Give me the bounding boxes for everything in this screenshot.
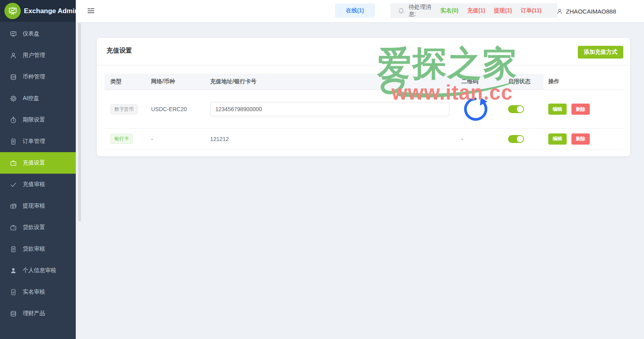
card-title: 充值设置 bbox=[106, 47, 132, 55]
table-row: 数字货币 USDC-ERC20 编辑 删除 bbox=[104, 90, 623, 129]
stopwatch-icon bbox=[10, 116, 17, 124]
recharge-methods-table: 类型 网络/币种 充值地址/银行卡号 二维码 启用状态 操作 数字货币 USDC… bbox=[104, 74, 623, 149]
column-header-network: 网络/币种 bbox=[146, 74, 205, 90]
sidebar-item-label: 个人信息审核 bbox=[23, 267, 56, 274]
sidebar-item-term-settings[interactable]: 期限设置 bbox=[0, 109, 76, 131]
pending-messages-box: 待处理消息: 实名(0) 充值(1) 提现(1) 订单(11) bbox=[390, 3, 557, 18]
sidebar-item-dashboard[interactable]: 仪表盘 bbox=[0, 23, 76, 45]
address-cell: 121212 bbox=[205, 136, 457, 142]
sidebar-item-kyc-review[interactable]: 实名审核 bbox=[0, 281, 76, 303]
check-icon bbox=[10, 181, 17, 188]
add-recharge-method-button[interactable]: 添加充值方式 bbox=[578, 46, 623, 59]
banknote-icon bbox=[10, 202, 17, 210]
topbar: 在线(1) 待处理消息: 实名(0) 充值(1) 提现(1) 订单(11) ZH… bbox=[76, 0, 644, 22]
document-check-icon bbox=[10, 288, 17, 296]
notif-withdraw[interactable]: 提现(1) bbox=[494, 7, 512, 14]
sidebar-item-label: 理财产品 bbox=[23, 310, 45, 317]
edit-button[interactable]: 编辑 bbox=[548, 104, 567, 115]
column-header-type: 类型 bbox=[104, 74, 146, 90]
sidebar-item-wealth-products[interactable]: 理财产品 bbox=[0, 303, 76, 324]
username: ZHAOCAIMAO888 bbox=[566, 8, 616, 15]
sidebar-item-label: 币种管理 bbox=[23, 73, 45, 80]
sidebar-item-label: 订单管理 bbox=[23, 138, 45, 145]
sidebar-item-label: 实名审核 bbox=[23, 288, 45, 296]
sidebar-item-label: 贷款审核 bbox=[23, 245, 45, 253]
table-row: 银行卡 - 121212 - 编辑 删除 bbox=[104, 129, 623, 149]
sidebar-item-label: 充值设置 bbox=[23, 159, 45, 167]
network-cell: - bbox=[146, 136, 205, 142]
enable-toggle[interactable] bbox=[508, 135, 524, 143]
delete-button[interactable]: 删除 bbox=[571, 133, 590, 145]
sidebar-item-label: 用户管理 bbox=[23, 52, 45, 59]
bell-icon bbox=[398, 7, 405, 14]
table-header-row: 类型 网络/币种 充值地址/银行卡号 二维码 启用状态 操作 bbox=[104, 74, 623, 90]
toggle-knob bbox=[517, 136, 523, 142]
document-icon bbox=[10, 138, 17, 145]
sidebar-item-label: 充值审核 bbox=[23, 181, 45, 188]
sidebar-item-currencies[interactable]: 币种管理 bbox=[0, 66, 76, 88]
qr-refresh-arrow-icon bbox=[461, 96, 489, 122]
sidebar-item-withdraw-review[interactable]: 提现审核 bbox=[0, 195, 76, 217]
sidebar-item-label: 提现审核 bbox=[23, 202, 45, 210]
recharge-settings-card: 充值设置 添加充值方式 类型 网络/币种 充值地址/银行卡号 二维码 启用状态 … bbox=[97, 38, 630, 156]
app-title: Exchange Admin bbox=[24, 7, 79, 15]
enable-toggle[interactable] bbox=[508, 105, 524, 113]
sidebar-item-label: 贷款设置 bbox=[23, 224, 45, 231]
card-divider bbox=[97, 65, 630, 65]
edit-button[interactable]: 编辑 bbox=[548, 133, 567, 145]
admin-page: Exchange Admin 仪表盘 用户管理 币种管理 AI控盘 期限设 bbox=[0, 0, 644, 339]
sidebar-item-ai-control[interactable]: AI控盘 bbox=[0, 88, 76, 109]
notif-recharge[interactable]: 充值(1) bbox=[467, 7, 485, 14]
column-header-actions: 操作 bbox=[544, 74, 623, 90]
wallet-icon bbox=[10, 159, 17, 167]
user-menu[interactable]: ZHAOCAIMAO888 bbox=[556, 0, 616, 22]
sidebar-item-label: AI控盘 bbox=[23, 95, 39, 102]
type-tag: 银行卡 bbox=[110, 134, 133, 144]
dashboard-icon bbox=[10, 30, 17, 38]
notif-orders[interactable]: 订单(11) bbox=[521, 7, 542, 14]
column-header-status: 启用状态 bbox=[503, 74, 544, 90]
gear-icon bbox=[10, 95, 17, 102]
sidebar-menu: 仪表盘 用户管理 币种管理 AI控盘 期限设置 订单管理 bbox=[0, 23, 76, 324]
sidebar-item-users[interactable]: 用户管理 bbox=[0, 45, 76, 66]
online-badge[interactable]: 在线(1) bbox=[335, 4, 375, 18]
column-header-qrcode: 二维码 bbox=[457, 74, 503, 90]
person-icon bbox=[556, 8, 563, 15]
qrcode-cell: - bbox=[457, 136, 503, 142]
hamburger-icon[interactable] bbox=[87, 7, 95, 15]
logo-bar: Exchange Admin bbox=[0, 0, 76, 22]
column-header-address: 充值地址/银行卡号 bbox=[205, 74, 457, 90]
sidebar-item-label: 期限设置 bbox=[23, 116, 45, 123]
coins-icon bbox=[10, 73, 17, 81]
sidebar-item-orders[interactable]: 订单管理 bbox=[0, 131, 76, 152]
pending-messages-label: 待处理消息: bbox=[409, 4, 433, 18]
sidebar-item-label: 仪表盘 bbox=[23, 30, 39, 37]
sidebar-item-recharge-settings[interactable]: 充值设置 bbox=[0, 152, 76, 174]
notif-realname[interactable]: 实名(0) bbox=[441, 7, 459, 14]
sidebar-item-profile-review[interactable]: 个人信息审核 bbox=[0, 260, 76, 281]
sidebar-scrollbar[interactable] bbox=[78, 23, 81, 221]
sidebar-item-recharge-review[interactable]: 充值审核 bbox=[0, 174, 76, 195]
address-input[interactable] bbox=[210, 102, 449, 116]
user-icon bbox=[10, 52, 17, 59]
type-tag: 数字货币 bbox=[110, 104, 138, 114]
sidebar: Exchange Admin 仪表盘 用户管理 币种管理 AI控盘 期限设 bbox=[0, 0, 76, 339]
toggle-knob bbox=[517, 106, 523, 112]
sidebar-item-loan-settings[interactable]: 贷款设置 bbox=[0, 217, 76, 238]
person-filled-icon bbox=[10, 267, 17, 274]
delete-button[interactable]: 删除 bbox=[571, 104, 590, 115]
app-logo-icon bbox=[4, 3, 21, 19]
sidebar-item-loan-review[interactable]: 贷款审核 bbox=[0, 238, 76, 260]
network-cell: USDC-ERC20 bbox=[146, 106, 205, 112]
document-icon bbox=[10, 245, 17, 253]
wallet-icon bbox=[10, 224, 17, 231]
coins-icon bbox=[10, 310, 17, 317]
